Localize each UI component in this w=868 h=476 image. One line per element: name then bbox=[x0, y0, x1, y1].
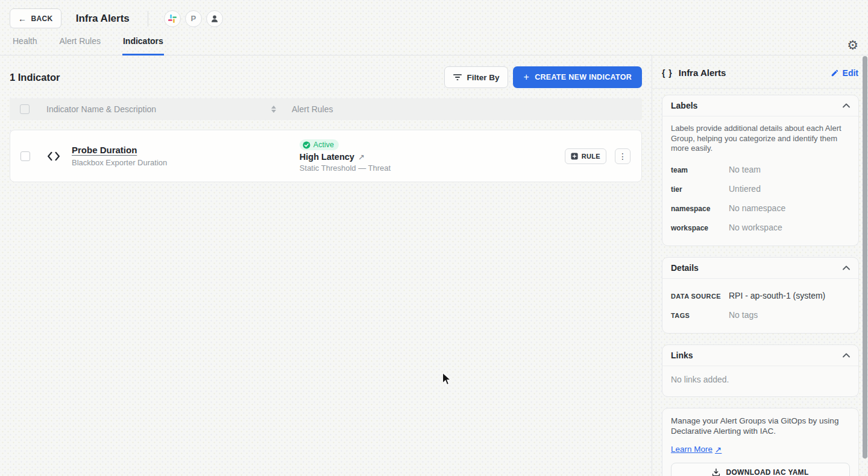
integration-badges: P bbox=[164, 10, 223, 27]
sort-icon[interactable] bbox=[271, 106, 276, 113]
row-menu-button[interactable]: ⋮ bbox=[615, 148, 631, 164]
alert-rule-name: High Latency bbox=[300, 152, 354, 162]
create-new-indicator-label: CREATE NEW INDICATOR bbox=[535, 73, 632, 81]
add-rule-button[interactable]: RULE bbox=[565, 148, 606, 164]
download-icon bbox=[712, 468, 720, 476]
top-bar: ← BACK Infra Alerts P bbox=[0, 0, 868, 56]
tab-alert-rules[interactable]: Alert Rules bbox=[58, 36, 101, 56]
label-value: No team bbox=[729, 165, 761, 174]
kebab-icon: ⋮ bbox=[618, 151, 627, 161]
scrollbar-thumb[interactable] bbox=[863, 56, 867, 459]
details-card: Details DATA SOURCE RPI - ap-south-1 (sy… bbox=[662, 257, 859, 334]
gear-icon[interactable]: ⚙ bbox=[847, 39, 858, 51]
label-key: namespace bbox=[671, 205, 729, 213]
label-row-team: team No team bbox=[671, 160, 850, 179]
filter-by-label: Filter By bbox=[467, 73, 499, 82]
plus-square-icon bbox=[571, 153, 578, 160]
detail-row-tags: TAGS No tags bbox=[671, 305, 850, 325]
header-divider bbox=[148, 11, 148, 27]
labels-description: Labels provide additional details about … bbox=[671, 124, 850, 154]
slack-icon[interactable] bbox=[164, 10, 181, 27]
status-badge: Active bbox=[300, 139, 339, 150]
label-value: No namespace bbox=[729, 203, 785, 213]
create-new-indicator-button[interactable]: + CREATE NEW INDICATOR bbox=[513, 66, 642, 88]
gitops-text: Manage your Alert Groups via GitOps by u… bbox=[671, 416, 850, 437]
braces-icon: { } bbox=[662, 68, 673, 78]
alert-rule-link[interactable]: High Latency ↗ bbox=[300, 152, 565, 162]
detail-key: DATA SOURCE bbox=[671, 293, 729, 300]
detail-value: No tags bbox=[729, 310, 758, 320]
details-card-header[interactable]: Details bbox=[662, 258, 858, 279]
tab-health[interactable]: Health bbox=[12, 36, 37, 56]
add-rule-label: RULE bbox=[582, 153, 600, 160]
gitops-card: Manage your Alert Groups via GitOps by u… bbox=[662, 408, 859, 476]
integration-p-badge[interactable]: P bbox=[185, 10, 202, 27]
label-key: team bbox=[671, 166, 729, 174]
edit-label: Edit bbox=[843, 68, 858, 78]
indicators-panel: 1 Indicator Filter By + CREATE NEW INDIC… bbox=[0, 56, 652, 476]
label-key: workspace bbox=[671, 224, 729, 232]
pencil-icon bbox=[831, 69, 839, 77]
app-root: ← BACK Infra Alerts P bbox=[0, 0, 868, 476]
tab-bar: Health Alert Rules Indicators bbox=[0, 36, 164, 56]
download-iac-yaml-label: DOWNLOAD IAC YAML bbox=[726, 468, 808, 476]
back-arrow-icon: ← bbox=[18, 14, 27, 24]
labels-card-header[interactable]: Labels bbox=[662, 95, 858, 116]
row-checkbox[interactable] bbox=[20, 151, 30, 161]
edit-button[interactable]: Edit bbox=[831, 68, 858, 78]
back-button[interactable]: ← BACK bbox=[10, 8, 61, 28]
sidebar-title: Infra Alerts bbox=[679, 68, 726, 78]
label-key: tier bbox=[671, 185, 729, 194]
plus-icon: + bbox=[523, 72, 529, 83]
label-row-tier: tier Untiered bbox=[671, 179, 850, 198]
alert-group-sidebar: { } Infra Alerts Edit Labels bbox=[652, 56, 868, 476]
table-row[interactable]: Probe Duration Blackbox Exporter Duratio… bbox=[10, 130, 642, 182]
indicator-count: 1 Indicator bbox=[10, 72, 60, 83]
external-link-icon: ↗ bbox=[715, 445, 722, 454]
links-empty-text: No links added. bbox=[671, 373, 850, 388]
integration-p-label: P bbox=[190, 14, 196, 23]
labels-card-title: Labels bbox=[671, 101, 697, 110]
chevron-up-icon[interactable] bbox=[843, 265, 850, 270]
chevron-up-icon[interactable] bbox=[843, 103, 850, 108]
label-row-workspace: workspace No workspace bbox=[671, 218, 850, 237]
indicator-description: Blackbox Exporter Duration bbox=[72, 158, 300, 167]
page-title: Infra Alerts bbox=[76, 13, 130, 25]
detail-row-data-source: DATA SOURCE RPI - ap-south-1 (system) bbox=[671, 286, 850, 305]
detail-key: TAGS bbox=[671, 312, 729, 319]
alert-rule-detail: Static Threshold — Threat bbox=[300, 163, 565, 173]
code-icon bbox=[47, 151, 60, 161]
tab-indicators[interactable]: Indicators bbox=[122, 36, 164, 56]
chevron-up-icon[interactable] bbox=[843, 353, 850, 358]
select-all-checkbox[interactable] bbox=[20, 104, 30, 114]
label-value: Untiered bbox=[729, 184, 761, 194]
label-row-namespace: namespace No namespace bbox=[671, 198, 850, 218]
details-card-title: Details bbox=[671, 263, 699, 273]
person-icon[interactable] bbox=[206, 10, 223, 27]
back-label: BACK bbox=[31, 14, 52, 23]
check-circle-icon bbox=[303, 141, 310, 149]
labels-card: Labels Labels provide additional details… bbox=[662, 95, 859, 246]
learn-more-link[interactable]: Learn More ↗ bbox=[671, 445, 722, 454]
external-link-icon: ↗ bbox=[358, 153, 365, 162]
status-label: Active bbox=[313, 141, 334, 149]
detail-value: RPI - ap-south-1 (system) bbox=[729, 291, 825, 300]
filter-icon bbox=[453, 74, 462, 81]
learn-more-label: Learn More bbox=[671, 445, 712, 454]
table-header: Indicator Name & Description Alert Rules bbox=[10, 98, 642, 120]
column-name-header: Indicator Name & Description bbox=[46, 104, 156, 114]
links-card-title: Links bbox=[671, 351, 693, 360]
column-rules-header: Alert Rules bbox=[280, 104, 642, 114]
filter-by-button[interactable]: Filter By bbox=[444, 66, 508, 88]
links-card-header[interactable]: Links bbox=[662, 345, 858, 366]
indicator-name-link[interactable]: Probe Duration bbox=[72, 145, 137, 155]
label-value: No workspace bbox=[729, 223, 782, 232]
download-iac-yaml-button[interactable]: DOWNLOAD IAC YAML bbox=[671, 463, 850, 476]
links-card: Links No links added. bbox=[662, 344, 859, 397]
